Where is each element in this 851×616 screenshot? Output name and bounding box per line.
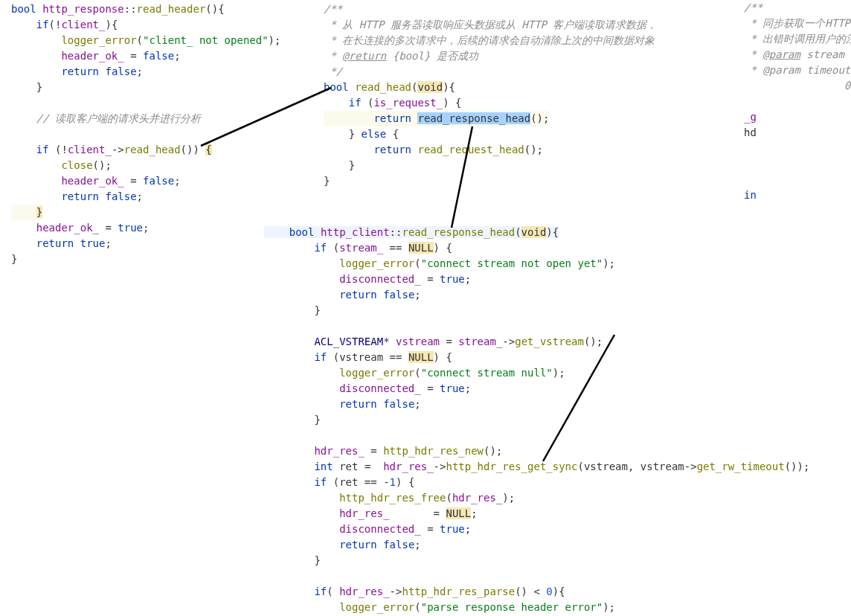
code-line[interactable]: * 在长连接的多次请求中，后续的请求会自动清除上次的中间数据对象 xyxy=(324,34,655,46)
code-line[interactable]: in xyxy=(744,189,757,201)
token-op xyxy=(11,65,61,77)
code-line[interactable]: if (!client_->read_head()) { xyxy=(11,144,212,155)
token-id: stream_ xyxy=(339,242,383,254)
editor-viewport: bool http_response::read_header(){ if(!c… xyxy=(0,0,851,616)
token-doc: * 从 HTTP 服务器读取响应头数据或从 HTTP 客户端读取请求数据， xyxy=(324,19,657,31)
code-line[interactable]: bool read_head(void){ xyxy=(324,81,455,93)
code-line[interactable]: bool http_client::read_response_head(voi… xyxy=(264,226,559,238)
code-line[interactable]: _g xyxy=(744,111,757,123)
token-kw: return xyxy=(339,539,377,551)
code-line[interactable]: } xyxy=(11,253,17,265)
token-kw: bool xyxy=(324,81,349,93)
code-line[interactable]: if( hdr_res_->http_hdr_res_parse() < 0){ xyxy=(264,585,565,597)
token-kw: return xyxy=(61,65,99,77)
code-line[interactable]: // 读取客户端的请求头并进行分析 xyxy=(11,112,201,124)
code-line[interactable]: } xyxy=(11,205,42,220)
code-line[interactable]: logger_error("connect stream not open ye… xyxy=(264,257,615,269)
code-line[interactable]: } xyxy=(324,159,355,171)
code-line[interactable]: if (ret == -1) { xyxy=(264,476,414,488)
code-line[interactable]: if (stream_ == NULL) { xyxy=(264,242,452,254)
token-op xyxy=(264,507,339,519)
code-line[interactable]: int ret = hdr_res_->http_hdr_res_get_syn… xyxy=(264,461,809,472)
code-line[interactable]: } xyxy=(324,175,330,187)
code-line[interactable]: logger_error("client_ not opened"); xyxy=(11,34,280,46)
token-op: ) { xyxy=(434,351,452,363)
code-line[interactable]: /** xyxy=(744,1,762,13)
token-doc: * @param timeout xyxy=(744,64,851,76)
code-line[interactable]: * 出错时调用用户的注 xyxy=(744,33,851,45)
code-line[interactable]: */ xyxy=(324,65,342,77)
token-op: ; xyxy=(465,273,471,285)
code-line[interactable]: * @param stream { xyxy=(744,48,851,60)
code-line[interactable]: if (vstream == NULL) { xyxy=(264,351,452,363)
token-doc: * 出错时调用用户的注 xyxy=(744,33,851,45)
code-line[interactable]: * 同步获取一个HTTP 协 xyxy=(744,17,851,29)
code-line[interactable]: hdr_res_ = http_hdr_res_new(); xyxy=(264,445,502,457)
code-line[interactable]: logger_error("connect stream null"); xyxy=(264,367,565,379)
code-line[interactable]: header_ok_ = true; xyxy=(11,222,149,234)
code-line[interactable]: if(!client_){ xyxy=(11,19,118,31)
token-kw: else xyxy=(362,128,387,140)
token-op: (); xyxy=(524,144,543,155)
token-op: ; xyxy=(174,175,180,187)
token-op xyxy=(314,226,320,238)
token-id: disconnected_ xyxy=(339,273,421,285)
code-line[interactable]: http_hdr_res_free(hdr_res_); xyxy=(264,492,515,504)
code-line[interactable]: /** xyxy=(324,3,342,15)
code-line[interactable]: header_ok_ = false; xyxy=(11,175,181,187)
code-line[interactable]: } xyxy=(264,554,321,566)
token-kw: return xyxy=(36,237,74,249)
code-pane-mid-bottom[interactable]: bool http_client::read_response_head(voi… xyxy=(264,225,809,615)
token-op: } xyxy=(324,175,330,187)
code-line[interactable]: } xyxy=(11,81,42,93)
code-line[interactable]: return read_response_head(); xyxy=(324,111,549,126)
code-line[interactable]: header_ok_ = false; xyxy=(11,50,181,62)
code-line[interactable]: } else { xyxy=(324,128,399,140)
code-line[interactable]: hdr_res_ = NULL; xyxy=(264,507,478,519)
code-line[interactable]: 0 xyxy=(744,80,850,92)
code-line[interactable]: } xyxy=(264,304,321,316)
token-op: ; xyxy=(414,539,420,551)
token-kw: false xyxy=(383,289,414,301)
code-line[interactable]: if (is_request_) { xyxy=(324,97,461,109)
code-line[interactable]: disconnected_ = true; xyxy=(264,382,471,394)
token-op: ()) xyxy=(181,144,206,155)
token-tag: @return xyxy=(342,50,386,62)
token-op xyxy=(264,336,314,347)
code-line[interactable]: disconnected_ = true; xyxy=(264,273,471,285)
code-pane-right[interactable]: /** * 同步获取一个HTTP 协 * 出错时调用用户的注 * @param … xyxy=(744,0,851,203)
token-kw: bool xyxy=(289,226,315,238)
token-op: } xyxy=(264,304,321,316)
code-line[interactable]: disconnected_ = true; xyxy=(264,523,471,535)
token-fn: logger_error xyxy=(339,257,414,269)
token-op xyxy=(324,97,349,109)
token-op: = xyxy=(124,50,143,62)
code-line[interactable]: return false; xyxy=(11,65,143,77)
code-line[interactable]: return read_request_head(); xyxy=(324,144,543,155)
code-pane-mid-top[interactable]: /** * 从 HTTP 服务器读取响应头数据或从 HTTP 客户端读取请求数据… xyxy=(324,1,657,189)
code-line[interactable]: * @return {bool} 是否成功 xyxy=(324,50,478,62)
code-line[interactable]: * 从 HTTP 服务器读取响应头数据或从 HTTP 客户端读取请求数据， xyxy=(324,19,657,31)
code-line[interactable]: return false; xyxy=(264,539,421,551)
token-op: ); xyxy=(603,257,615,269)
code-line[interactable]: return false; xyxy=(264,289,421,301)
token-id: client_ xyxy=(68,144,112,155)
token-op xyxy=(11,175,61,187)
token-kw: int xyxy=(314,461,333,472)
code-line[interactable]: return false; xyxy=(11,190,143,202)
code-line[interactable]: hd xyxy=(744,126,757,138)
code-line[interactable]: logger_error("parse response header erro… xyxy=(264,601,615,613)
code-line[interactable]: close(); xyxy=(11,159,112,171)
token-kw: false xyxy=(105,65,136,77)
code-line[interactable]: ACL_VSTREAM* vstream = stream_->get_vstr… xyxy=(264,336,603,347)
token-hl-y: NULL xyxy=(408,351,434,363)
code-line[interactable]: } xyxy=(264,414,321,426)
code-pane-left[interactable]: bool http_response::read_header(){ if(!c… xyxy=(11,1,280,267)
code-line[interactable]: return true; xyxy=(11,237,112,249)
token-op xyxy=(264,601,339,613)
code-line[interactable]: bool http_response::read_header(){ xyxy=(11,3,225,15)
code-line[interactable]: * @param timeout xyxy=(744,64,851,76)
code-line[interactable]: return false; xyxy=(264,398,421,410)
token-op: = xyxy=(421,523,440,535)
token-op: } xyxy=(264,414,321,426)
